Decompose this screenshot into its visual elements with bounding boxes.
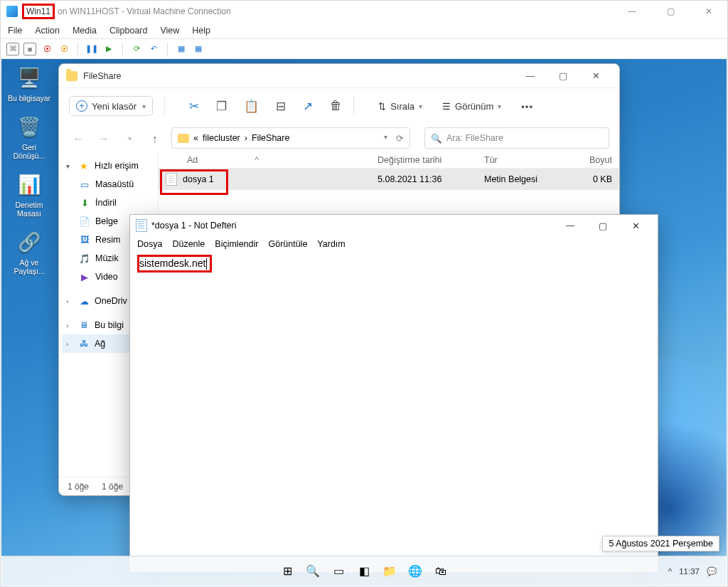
menu-help[interactable]: Help bbox=[192, 26, 210, 36]
desktop-icon-label: Geri Dönüşü... bbox=[14, 143, 46, 160]
vm-title-rest: on WIN11HOST - Virtual Machine Connectio… bbox=[58, 6, 231, 16]
widgets-icon[interactable]: ◧ bbox=[354, 561, 374, 581]
search-input[interactable]: 🔍 Ara: FileShare bbox=[424, 127, 609, 149]
paste-icon[interactable]: 📋 bbox=[244, 99, 259, 114]
explorer-navbar: ← → ▾ ↑ « filecluster › FileShare ▾ ⟳ 🔍 bbox=[59, 124, 619, 152]
new-folder-label: Yeni klasör bbox=[92, 101, 136, 112]
view-button[interactable]: ☰ Görünüm ▾ bbox=[442, 101, 501, 112]
start-button[interactable]: ⊞ bbox=[277, 561, 297, 581]
ctrl-alt-del-icon[interactable]: ⌘ bbox=[6, 43, 19, 55]
close-button[interactable]: ✕ bbox=[579, 66, 612, 86]
explorer-titlebar[interactable]: FileShare — ▢ ✕ bbox=[59, 64, 619, 88]
share-icon[interactable]: ▦ bbox=[192, 43, 205, 55]
column-size[interactable]: Boyut bbox=[569, 155, 612, 165]
revert-icon[interactable]: ↶ bbox=[147, 43, 160, 55]
sidebar-downloads[interactable]: ⬇İndiril bbox=[62, 194, 155, 212]
column-date[interactable]: Değiştirme tarihi bbox=[378, 155, 484, 165]
cut-icon[interactable]: ✂ bbox=[189, 99, 199, 114]
start-icon[interactable]: ▶ bbox=[102, 43, 115, 55]
more-button[interactable]: ••• bbox=[521, 101, 533, 112]
minimize-button[interactable]: — bbox=[514, 66, 547, 86]
taskview-icon[interactable]: ▭ bbox=[328, 561, 348, 581]
back-button[interactable]: ← bbox=[69, 132, 87, 144]
menu-clipboard[interactable]: Clipboard bbox=[109, 26, 148, 36]
stop-icon[interactable]: ■ bbox=[23, 43, 36, 55]
recent-down-icon[interactable]: ▾ bbox=[120, 134, 139, 142]
column-type[interactable]: Tür bbox=[484, 155, 569, 165]
sort-button[interactable]: ⇅ Sırala ▾ bbox=[378, 101, 422, 112]
menu-view[interactable]: View bbox=[160, 26, 179, 36]
copy-icon[interactable]: ❐ bbox=[216, 99, 227, 114]
desktop-icon: ▭ bbox=[79, 179, 90, 190]
notepad-textarea[interactable]: sistemdesk.net bbox=[130, 252, 658, 572]
desktop-icon-controlpanel[interactable]: 📊Denetim Masası bbox=[7, 170, 51, 218]
turnoff-icon[interactable]: ⦿ bbox=[41, 43, 53, 55]
search-icon[interactable]: 🔍 bbox=[303, 561, 323, 581]
rename-icon[interactable]: ⊟ bbox=[276, 99, 286, 114]
refresh-icon[interactable]: ⟳ bbox=[396, 133, 404, 144]
separator bbox=[77, 43, 78, 55]
breadcrumb-part[interactable]: filecluster bbox=[203, 133, 240, 143]
breadcrumb-part[interactable]: FileShare bbox=[252, 133, 290, 143]
column-name[interactable]: Ad^ bbox=[166, 155, 378, 165]
vm-desktop: 🖥️Bu bilgisayar 🗑️Geri Dönüşü... 📊Deneti… bbox=[1, 59, 727, 586]
separator bbox=[353, 96, 354, 116]
breadcrumb[interactable]: « filecluster › FileShare ▾ ⟳ bbox=[171, 127, 410, 149]
menu-media[interactable]: Media bbox=[73, 26, 97, 36]
pictures-icon: 🖼 bbox=[79, 234, 90, 245]
checkpoint-icon[interactable]: ⟳ bbox=[130, 43, 143, 55]
store-icon[interactable]: 🛍 bbox=[431, 561, 451, 581]
menu-view[interactable]: Görüntüle bbox=[268, 239, 307, 249]
date-tooltip: 5 Ağustos 2021 Perşembe bbox=[602, 536, 719, 551]
menu-edit[interactable]: Düzenle bbox=[172, 239, 205, 249]
control-icon: 📊 bbox=[15, 170, 43, 199]
plus-icon: + bbox=[76, 100, 87, 112]
new-folder-button[interactable]: + Yeni klasör ▾ bbox=[69, 96, 153, 116]
clock[interactable]: 11:37 bbox=[679, 567, 700, 576]
chevron-down-icon[interactable]: ▾ bbox=[384, 133, 387, 144]
sidebar-desktop[interactable]: ▭Masaüstü bbox=[62, 175, 155, 194]
maximize-button[interactable]: ▢ bbox=[587, 216, 619, 236]
delete-icon[interactable]: 🗑 bbox=[330, 99, 342, 114]
maximize-button[interactable]: ▢ bbox=[658, 6, 683, 16]
tray-chevron-icon[interactable]: ^ bbox=[668, 567, 672, 576]
file-type: Metin Belgesi bbox=[484, 174, 569, 184]
menu-action[interactable]: Action bbox=[35, 26, 60, 36]
minimize-button[interactable]: — bbox=[554, 216, 587, 236]
notification-icon[interactable]: 💬 bbox=[707, 566, 717, 576]
menu-help[interactable]: Yardım bbox=[317, 239, 345, 249]
sidebar-label: OneDriv bbox=[95, 296, 127, 306]
desktop-icon-network[interactable]: 🔗Ağ ve Paylaşı... bbox=[7, 228, 51, 275]
pause-icon[interactable]: ❚❚ bbox=[85, 43, 98, 55]
file-size: 0 KB bbox=[569, 174, 612, 184]
up-button[interactable]: ↑ bbox=[146, 132, 164, 144]
sidebar-label: Müzik bbox=[95, 253, 119, 263]
download-icon: ⬇ bbox=[79, 197, 90, 208]
chevron-down-icon: ▾ bbox=[498, 102, 501, 110]
recycle-icon: 🗑️ bbox=[15, 112, 43, 141]
maximize-button[interactable]: ▢ bbox=[547, 66, 579, 86]
sidebar-label: Video bbox=[95, 272, 118, 282]
menu-format[interactable]: Biçimlendir bbox=[215, 239, 258, 249]
share-icon[interactable]: ↗ bbox=[303, 99, 313, 114]
close-button[interactable]: ✕ bbox=[696, 6, 722, 16]
minimize-button[interactable]: — bbox=[619, 6, 645, 16]
notepad-content: sistemdesk.net bbox=[139, 258, 205, 269]
menu-file[interactable]: File bbox=[8, 26, 22, 36]
desktop-icon-label: Bu bilgisayar bbox=[8, 94, 50, 102]
enhanced-icon[interactable]: ▦ bbox=[175, 43, 188, 55]
file-list-header: Ad^ Değiştirme tarihi Tür Boyut bbox=[159, 152, 619, 169]
notepad-titlebar[interactable]: *dosya 1 - Not Defteri — ▢ ✕ bbox=[130, 215, 658, 236]
forward-button[interactable]: → bbox=[95, 132, 113, 144]
star-icon: ★ bbox=[78, 160, 90, 171]
sidebar-quickaccess[interactable]: ▾★Hızlı erişim bbox=[62, 157, 155, 175]
separator bbox=[122, 43, 123, 55]
explorer-icon[interactable]: 📁 bbox=[380, 561, 400, 581]
desktop-icon-recyclebin[interactable]: 🗑️Geri Dönüşü... bbox=[7, 112, 51, 160]
close-button[interactable]: ✕ bbox=[619, 216, 652, 236]
edge-icon[interactable]: 🌐 bbox=[405, 561, 425, 581]
shutdown-icon[interactable]: ⦿ bbox=[58, 43, 70, 55]
monitor-icon: 🖥️ bbox=[15, 63, 43, 92]
menu-file[interactable]: Dosya bbox=[137, 239, 162, 249]
desktop-icon-thispc[interactable]: 🖥️Bu bilgisayar bbox=[7, 63, 51, 102]
